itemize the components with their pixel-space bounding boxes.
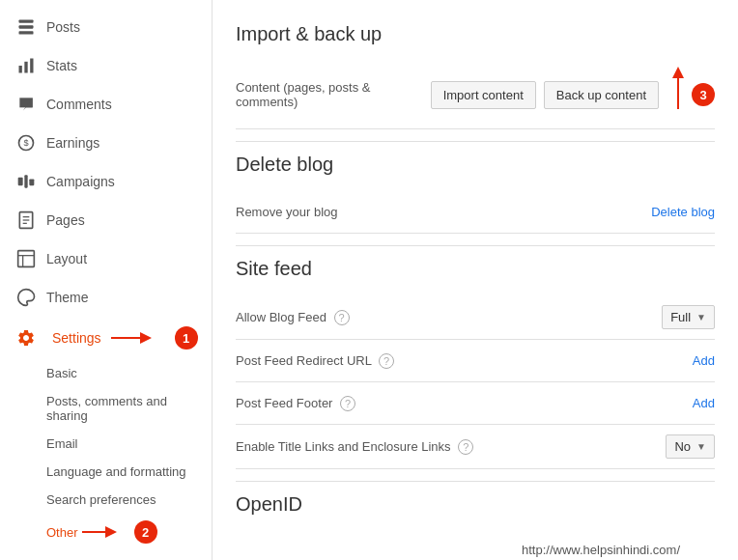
allow-blog-feed-select[interactable]: Full ▼ — [662, 305, 715, 329]
divider-3 — [236, 481, 715, 482]
badge-1: 1 — [175, 326, 198, 350]
svg-rect-15 — [18, 251, 35, 267]
sidebar: Posts Stats Comments $ Earnings Campaign… — [0, 0, 213, 560]
enable-title-links-select[interactable]: No ▼ — [666, 434, 715, 459]
badge-2: 2 — [134, 520, 157, 544]
svg-rect-9 — [24, 175, 27, 187]
content-row-openid: Your OpenID URL ? http://www.helpsinhind… — [236, 531, 715, 560]
svg-rect-3 — [19, 66, 22, 73]
section-openid: OpenID Your OpenID URL ? http://www.help… — [236, 493, 715, 560]
settings-icon — [15, 328, 37, 348]
sidebar-item-comments[interactable]: Comments — [0, 85, 212, 124]
divider-1 — [236, 141, 715, 142]
sidebar-label-comments: Comments — [46, 97, 112, 112]
theme-icon — [15, 288, 37, 307]
sidebar-label-theme: Theme — [46, 290, 89, 305]
campaigns-icon — [15, 172, 37, 191]
sidebar-sub-basic[interactable]: Basic — [46, 359, 212, 387]
allow-blog-feed-help[interactable]: ? — [334, 310, 350, 325]
enable-title-links-help[interactable]: ? — [458, 439, 473, 455]
stats-icon — [15, 56, 37, 75]
sidebar-label-stats: Stats — [46, 58, 77, 73]
svg-rect-1 — [19, 25, 34, 28]
section-delete-blog: Delete blog Remove your blog Delete blog — [236, 154, 715, 234]
sidebar-label-posts: Posts — [46, 19, 80, 35]
svg-text:$: $ — [23, 138, 28, 148]
sidebar-subitems: Basic Posts, comments and sharing Email … — [0, 359, 212, 560]
blog-feed-action: Full ▼ — [662, 305, 715, 329]
annotation-arrow-2-svg — [82, 523, 130, 541]
post-feed-redirect-label: Post Feed Redirect URL ? — [236, 353, 693, 369]
content-row-blog-feed: Allow Blog Feed ? Full ▼ — [236, 295, 715, 340]
sidebar-sub-user-settings[interactable]: User settings — [46, 550, 212, 560]
badge-3: 3 — [692, 83, 715, 106]
main-content: Import & back up Content (pages, posts &… — [213, 0, 738, 560]
delete-action-group: Delete blog — [651, 205, 715, 219]
pages-icon — [15, 210, 37, 230]
sidebar-label-pages: Pages — [46, 212, 85, 228]
post-feed-footer-help[interactable]: ? — [340, 396, 355, 411]
svg-rect-8 — [18, 178, 23, 185]
layout-icon — [15, 249, 37, 268]
post-feed-redirect-add[interactable]: Add — [693, 353, 715, 368]
allow-blog-feed-label: Allow Blog Feed ? — [236, 310, 662, 325]
sidebar-item-posts[interactable]: Posts — [0, 8, 212, 46]
sidebar-label-layout: Layout — [46, 251, 87, 266]
enable-title-links-label: Enable Title Links and Enclosure Links ? — [236, 439, 666, 455]
annotation-arrow-1 — [111, 328, 169, 348]
posts-icon — [15, 17, 37, 37]
section-import-backup: Import & back up Content (pages, posts &… — [236, 23, 715, 129]
svg-rect-5 — [30, 59, 33, 73]
annotation-arrow-3-svg — [668, 70, 688, 119]
divider-2 — [236, 245, 715, 246]
sidebar-item-layout[interactable]: Layout — [0, 239, 212, 278]
import-action-group: Import content Back up content 3 — [431, 70, 715, 119]
content-row-import: Content (pages, posts & comments) Import… — [236, 61, 715, 129]
sidebar-sub-language[interactable]: Language and formatting — [46, 458, 212, 486]
sidebar-sub-search-preferences[interactable]: Search preferences — [46, 486, 212, 514]
title-links-action: No ▼ — [666, 434, 715, 459]
feed-redirect-action: Add — [693, 353, 715, 368]
post-feed-footer-add[interactable]: Add — [693, 396, 715, 410]
sidebar-item-settings[interactable]: Settings 1 — [0, 317, 212, 359]
comments-icon — [15, 95, 37, 114]
feed-footer-action: Add — [693, 396, 715, 410]
openid-action: http://www.helpsinhindi.com/ Sites that … — [522, 541, 715, 560]
import-content-button[interactable]: Import content — [431, 81, 536, 109]
remove-blog-label: Remove your blog — [236, 205, 651, 219]
earnings-icon: $ — [15, 133, 37, 153]
sidebar-sub-other[interactable]: Other 2 — [46, 514, 212, 550]
svg-rect-2 — [19, 31, 34, 34]
backup-content-button[interactable]: Back up content — [544, 81, 659, 109]
import-backup-title: Import & back up — [236, 23, 715, 45]
post-feed-footer-label: Post Feed Footer ? — [236, 396, 693, 411]
openid-title: OpenID — [236, 493, 715, 516]
delete-blog-title: Delete blog — [236, 154, 715, 176]
delete-blog-button[interactable]: Delete blog — [651, 205, 715, 219]
sidebar-item-theme[interactable]: Theme — [0, 278, 212, 317]
content-row-title-links: Enable Title Links and Enclosure Links ?… — [236, 425, 715, 469]
sidebar-label-earnings: Earnings — [46, 135, 99, 151]
sidebar-sub-posts-comments[interactable]: Posts, comments and sharing — [46, 387, 212, 430]
svg-rect-10 — [29, 180, 34, 186]
sidebar-item-pages[interactable]: Pages — [0, 201, 212, 239]
content-row-feed-redirect: Post Feed Redirect URL ? Add — [236, 340, 715, 382]
sidebar-item-campaigns[interactable]: Campaigns — [0, 162, 212, 201]
sidebar-label-campaigns: Campaigns — [46, 174, 115, 189]
openid-info: http://www.helpsinhindi.com/ Sites that … — [522, 541, 715, 560]
sidebar-item-stats[interactable]: Stats — [0, 46, 212, 85]
annotation-3-group: 3 — [668, 70, 715, 119]
chevron-down-icon: ▼ — [696, 312, 706, 322]
post-feed-redirect-help[interactable]: ? — [379, 353, 394, 369]
sidebar-sub-email[interactable]: Email — [46, 430, 212, 458]
import-content-label: Content (pages, posts & comments) — [236, 80, 431, 109]
content-row-feed-footer: Post Feed Footer ? Add — [236, 382, 715, 425]
openid-url-value: http://www.helpsinhindi.com/ — [522, 541, 715, 560]
site-feed-title: Site feed — [236, 258, 715, 280]
content-row-delete: Remove your blog Delete blog — [236, 191, 715, 234]
section-site-feed: Site feed Allow Blog Feed ? Full ▼ Post … — [236, 258, 715, 469]
sidebar-label-settings: Settings — [52, 330, 101, 346]
chevron-down-icon-2: ▼ — [696, 441, 706, 452]
sidebar-item-earnings[interactable]: $ Earnings — [0, 124, 212, 162]
svg-rect-0 — [19, 20, 34, 23]
